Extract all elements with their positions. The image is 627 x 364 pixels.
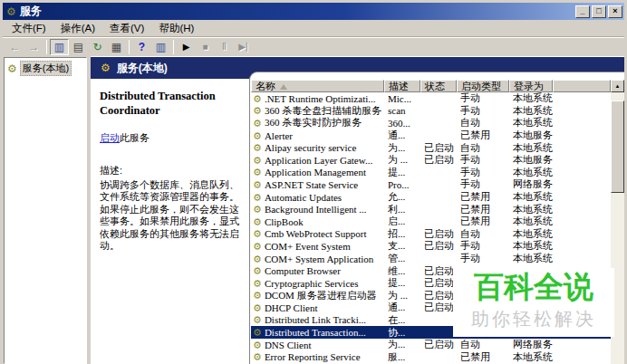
service-gear-icon: ⚙ <box>253 228 262 239</box>
tree-item-services-local[interactable]: ⚙ 服务(本地) <box>5 60 85 77</box>
service-status: 已启动 <box>420 239 457 253</box>
service-gear-icon: ⚙ <box>253 192 262 203</box>
start-service-icon[interactable]: ▶ <box>177 39 196 55</box>
service-description-pane: Distributed Transaction Coordinator 启动此服… <box>91 79 249 364</box>
description-label: 描述: <box>100 164 244 177</box>
table-row[interactable]: ⚙Alerter通...已禁用本地服务 <box>251 129 611 142</box>
service-gear-icon: ⚙ <box>253 155 262 166</box>
service-name: Computer Browser <box>265 265 341 276</box>
column-header-name[interactable]: 名称 <box>251 80 384 92</box>
table-row[interactable]: ⚙Error Reporting Service服...已禁用本地系统 <box>251 350 611 363</box>
table-row[interactable]: ⚙Application Layer Gatew...为 ...已启动手动本地服… <box>251 154 611 167</box>
column-header-filler <box>553 80 611 92</box>
table-row[interactable]: ⚙360 杀毒全盘扫描辅助服务scan手动本地系统 <box>251 105 611 118</box>
table-row[interactable]: ⚙Background Intelligent ...利...已禁用本地系统 <box>251 203 611 216</box>
help-icon[interactable]: ? <box>132 39 151 55</box>
service-action-line: 启动此服务 <box>100 131 244 145</box>
column-header-startup[interactable]: 启动类型 <box>457 80 509 92</box>
service-name: DCOM 服务器进程启动器 <box>265 289 377 302</box>
table-row[interactable]: ⚙360 杀毒实时防护服务360...自动本地系统 <box>251 117 611 129</box>
table-row[interactable]: ⚙COM+ System Application管...手动本地系统 <box>251 253 611 265</box>
service-gear-icon: ⚙ <box>253 302 262 313</box>
table-row[interactable]: ⚙Alipay security service为...已启动自动本地系统 <box>251 141 611 154</box>
service-name: Application Layer Gatew... <box>265 155 372 166</box>
watermark: 百科全说 助你轻松解决 <box>453 268 614 337</box>
service-logon: 本地系统 <box>509 252 553 265</box>
close-button[interactable]: × <box>608 5 622 18</box>
service-name: 360 杀毒实时防护服务 <box>265 116 362 129</box>
table-row[interactable]: ⚙ClipBook启...已禁用本地系统 <box>251 216 611 228</box>
service-desc: Mic... <box>384 93 420 104</box>
menu-view[interactable]: 查看(V) <box>102 20 151 37</box>
scroll-up-icon[interactable]: ▲ <box>611 80 624 92</box>
service-name: Application Management <box>265 167 366 177</box>
menu-help[interactable]: 帮助(H) <box>151 20 201 37</box>
column-header-logon[interactable]: 登录为 <box>509 80 553 92</box>
refresh-icon[interactable]: ↻ <box>88 39 107 55</box>
table-row[interactable]: ⚙Application Management提...手动本地系统 <box>251 167 611 179</box>
table-row[interactable]: ⚙COM+ Event System支...已启动手动本地系统 <box>251 240 611 253</box>
service-gear-icon: ⚙ <box>253 265 262 276</box>
service-gear-icon: ⚙ <box>253 254 262 264</box>
service-desc: scan <box>384 105 420 116</box>
service-startup: 已禁用 <box>457 350 509 364</box>
table-row[interactable]: ⚙DNS Client为...已启动自动网络服务 <box>251 339 611 351</box>
service-startup: 手动 <box>457 252 509 265</box>
service-desc: Pro... <box>384 179 420 190</box>
service-gear-icon: ⚙ <box>253 351 262 362</box>
service-gear-icon: ⚙ <box>253 105 262 116</box>
properties-icon[interactable]: ▤ <box>69 39 88 55</box>
service-gear-icon: ⚙ <box>253 278 262 289</box>
service-name: COM+ Event System <box>265 241 351 252</box>
service-name: .NET Runtime Optimizati... <box>265 93 376 104</box>
service-desc: 服... <box>384 350 420 364</box>
services-gears-icon: ⚙ <box>101 62 111 73</box>
start-service-link[interactable]: 启动 <box>100 132 120 143</box>
service-name: Distributed Transaction... <box>265 327 366 338</box>
service-gear-icon: ⚙ <box>253 204 262 215</box>
menu-bar: 文件(F) 操作(A) 查看(V) 帮助(H) <box>3 20 624 37</box>
service-gear-icon: ⚙ <box>253 241 262 252</box>
back-icon[interactable]: ← <box>5 39 24 55</box>
service-name: Cryptographic Services <box>265 278 359 289</box>
toolbar-separator <box>129 40 130 54</box>
service-name: COM+ System Application <box>265 254 373 264</box>
menu-file[interactable]: 文件(F) <box>5 20 53 37</box>
start-service-suffix: 此服务 <box>120 132 150 143</box>
table-row[interactable]: ⚙Automatic Updates允...已禁用本地系统 <box>251 191 611 204</box>
window-title: 服务 <box>20 4 574 19</box>
tree-item-label: 服务(本地) <box>20 61 72 76</box>
service-gear-icon: ⚙ <box>253 327 262 338</box>
service-status: 已启动 <box>420 153 457 167</box>
minimize-button[interactable]: _ <box>575 5 590 18</box>
service-name: DHCP Client <box>265 302 318 313</box>
column-header-status[interactable]: 状态 <box>420 80 457 92</box>
service-gear-icon: ⚙ <box>253 93 262 104</box>
forward-icon[interactable]: → <box>24 39 43 55</box>
extended-view-icon[interactable]: ▥ <box>151 39 170 55</box>
menu-action[interactable]: 操作(A) <box>53 20 102 37</box>
watermark-subtitle: 助你轻松解决 <box>453 307 614 331</box>
stop-service-icon[interactable]: ■ <box>196 39 215 55</box>
service-name: Alipay security service <box>265 142 356 153</box>
watermark-title: 百科全说 <box>453 268 614 306</box>
table-row[interactable]: ⚙Cmb WebProtect Support招...已启动自动本地系统 <box>251 228 611 241</box>
pause-service-icon[interactable]: Ⅱ <box>215 39 234 55</box>
table-row[interactable]: ⚙.NET Runtime Optimizati...Mic...手动本地系统 <box>251 92 611 105</box>
maximize-button[interactable]: □ <box>592 5 606 18</box>
console-tree-pane: ⚙ 服务(本地) <box>4 57 87 364</box>
export-list-icon[interactable]: ▦ <box>107 39 126 55</box>
title-bar[interactable]: ⚙ 服务 _ □ × <box>3 3 624 20</box>
scrollbar-thumb[interactable] <box>611 101 624 193</box>
show-console-tree-icon[interactable]: ▥ <box>50 39 69 55</box>
service-gear-icon: ⚙ <box>253 167 262 177</box>
service-status: 已启动 <box>420 301 457 314</box>
service-name: Cmb WebProtect Support <box>265 228 367 239</box>
table-row[interactable]: ⚙ASP.NET State ServicePro...手动网络服务 <box>251 178 611 191</box>
restart-service-icon[interactable]: ▶| <box>234 39 253 55</box>
column-header-desc[interactable]: 描述 <box>384 80 420 92</box>
service-gear-icon: ⚙ <box>253 314 262 325</box>
service-gear-icon: ⚙ <box>253 142 262 153</box>
service-name: ClipBook <box>265 216 304 227</box>
service-name: Automatic Updates <box>265 192 342 203</box>
